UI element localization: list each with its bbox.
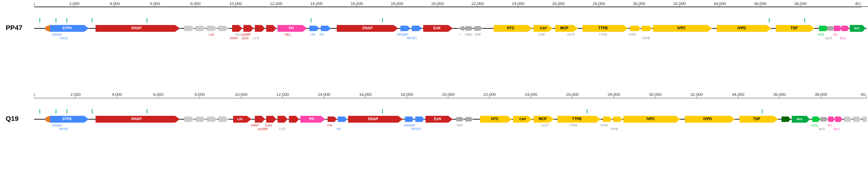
svg-text:2,000: 2,000: [70, 93, 81, 97]
svg-text:Rz1: Rz1: [840, 36, 846, 40]
svg-text:4,000: 4,000: [112, 93, 122, 97]
svg-text:34,000: 34,000: [714, 2, 726, 6]
svg-text:LIG: LIG: [237, 117, 243, 121]
svg-marker-94: [474, 26, 482, 31]
svg-text:IVPA: IVPA: [600, 123, 608, 127]
svg-marker-109: [642, 26, 652, 31]
svg-marker-78: [321, 26, 331, 31]
svg-text:22,000: 22,000: [471, 2, 484, 6]
svg-text:CAP: CAP: [540, 26, 547, 30]
svg-text:40,227: 40,227: [861, 93, 867, 97]
svg-marker-249: [853, 116, 861, 122]
svg-text:6,000: 6,000: [150, 2, 160, 6]
svg-text:HOL: HOL: [818, 33, 825, 36]
pp47-label: PP47: [6, 24, 22, 32]
svg-text:HTC: HTC: [491, 117, 499, 121]
svg-text:36,000: 36,000: [773, 93, 786, 97]
svg-text:16,000: 16,000: [359, 93, 372, 97]
svg-marker-189: [218, 116, 229, 122]
svg-marker-83: [400, 26, 411, 31]
svg-text:ssDBP: ssDBP: [241, 33, 251, 36]
svg-text:ssDBP: ssDBP: [257, 127, 268, 131]
svg-text:8,000: 8,000: [190, 2, 201, 6]
svg-marker-228: [613, 116, 622, 122]
svg-text:IVPB: IVPB: [611, 127, 618, 131]
svg-marker-188: [207, 116, 217, 122]
svg-text:TTPA: TTPA: [569, 123, 578, 127]
svg-marker-203: [338, 116, 347, 122]
svg-marker-116: [819, 26, 828, 31]
svg-text:ExN: ExN: [433, 26, 440, 30]
svg-text:32,000: 32,000: [690, 93, 703, 97]
svg-text:NT: NT: [320, 33, 324, 36]
svg-marker-77: [309, 26, 320, 31]
svg-text:LYS: LYS: [279, 127, 285, 131]
svg-text:18,000: 18,000: [391, 2, 403, 6]
svg-text:RNAP: RNAP: [131, 117, 142, 121]
svg-text:EnN: EnN: [265, 123, 272, 127]
svg-text:HTC: HTC: [507, 26, 515, 30]
svg-text:30,000: 30,000: [649, 93, 661, 97]
svg-text:IVPD: IVPD: [703, 117, 712, 121]
svg-marker-246: [835, 116, 842, 122]
svg-text:HNH: HNH: [465, 33, 472, 36]
svg-marker-66: [232, 25, 242, 32]
q19-genes-svg: STPK SAMH RPSF RNAP LIG IHRP EnN: [34, 101, 867, 143]
svg-text:30,000: 30,000: [633, 2, 645, 6]
svg-text:DNAP: DNAP: [368, 117, 378, 121]
q19-scale-svg: 1 2,000 4,000 6,000 8,000 10,000 12,000 …: [34, 93, 867, 101]
svg-text:36,000: 36,000: [754, 2, 767, 6]
svg-text:DNAP: DNAP: [362, 26, 373, 30]
svg-marker-61: [196, 26, 206, 31]
svg-marker-53: [45, 25, 50, 32]
svg-text:16,000: 16,000: [351, 2, 363, 6]
pp47-scale-svg: 1 2,000 4,000 6,000 8,000 10,000 12,000 …: [34, 2, 861, 10]
svg-text:ITA: ITA: [310, 33, 315, 36]
svg-text:STPK: STPK: [62, 117, 72, 121]
svg-marker-93: [465, 26, 473, 31]
svg-text:20,000: 20,000: [431, 2, 444, 6]
svg-text:SAMH: SAMH: [52, 33, 62, 36]
svg-text:14,000: 14,000: [310, 2, 322, 6]
svg-text:IHRP: IHRP: [230, 36, 238, 40]
svg-text:26,000: 26,000: [552, 2, 565, 6]
svg-marker-89: [457, 26, 464, 31]
svg-marker-242: [820, 117, 828, 121]
svg-text:Rz: Rz: [833, 33, 838, 36]
svg-marker-67: [243, 25, 254, 32]
svg-text:18,000: 18,000: [400, 93, 413, 97]
svg-text:Rz1: Rz1: [834, 127, 840, 131]
svg-marker-202: [328, 116, 337, 122]
svg-marker-227: [603, 116, 612, 122]
svg-text:I: I: [459, 33, 460, 36]
svg-text:10,000: 10,000: [229, 2, 242, 6]
svg-text:12,000: 12,000: [276, 93, 289, 97]
svg-text:22,000: 22,000: [483, 93, 496, 97]
svg-marker-216: [465, 117, 473, 121]
svg-text:RNAP: RNAP: [131, 26, 142, 30]
svg-text:2,000: 2,000: [69, 2, 80, 6]
svg-text:24,000: 24,000: [512, 2, 524, 6]
svg-text:terS: terS: [826, 36, 832, 40]
svg-text:24,000: 24,000: [525, 93, 537, 97]
svg-text:ExN: ExN: [434, 117, 441, 121]
svg-marker-68: [255, 25, 265, 32]
svg-text:CAP: CAP: [519, 117, 526, 121]
svg-text:IHRP: IHRP: [251, 123, 259, 127]
svg-marker-193: [266, 116, 276, 122]
pp47-track: 1 2,000 4,000 6,000 8,000 10,000 12,000 …: [5, 2, 863, 84]
svg-text:HNSBP: HNSBP: [397, 33, 409, 36]
svg-marker-250: [862, 116, 867, 122]
svg-text:NK: NK: [236, 33, 240, 36]
svg-text:HNSBP: HNSBP: [404, 123, 415, 127]
svg-text:RPSFI: RPSFI: [407, 36, 417, 40]
svg-marker-84: [412, 26, 422, 31]
svg-text:TAP: TAP: [475, 33, 481, 36]
svg-marker-186: [184, 116, 194, 122]
svg-text:4,000: 4,000: [110, 2, 120, 6]
svg-text:MCP: MCP: [538, 117, 547, 121]
svg-text:38,000: 38,000: [814, 93, 827, 97]
svg-text:8,000: 8,000: [194, 93, 205, 97]
svg-text:6,000: 6,000: [153, 93, 163, 97]
svg-text:terL: terL: [797, 117, 803, 121]
